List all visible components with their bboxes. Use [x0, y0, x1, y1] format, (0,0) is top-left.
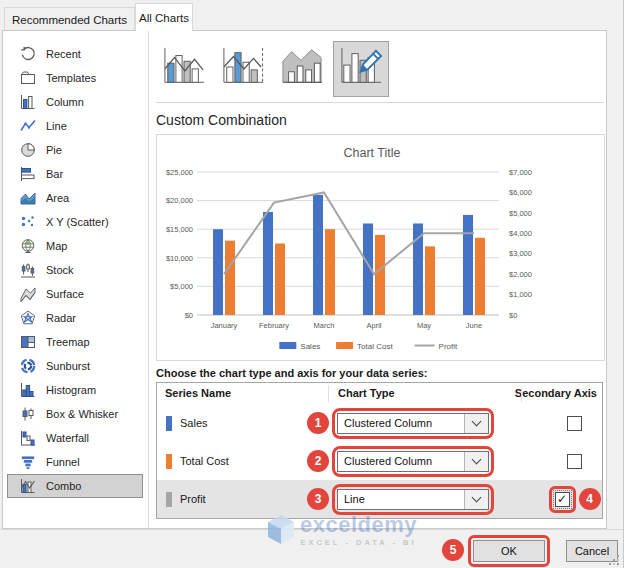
histogram-icon	[20, 382, 36, 398]
ok-button[interactable]: OK	[473, 540, 545, 562]
header-separator	[328, 385, 329, 402]
series-row-sales[interactable]: Sales 1 Clustered Column	[157, 404, 602, 442]
sidebar-item-line[interactable]: Line	[7, 114, 143, 138]
cancel-button[interactable]: Cancel	[566, 540, 618, 562]
box-whisker-icon	[20, 406, 36, 422]
map-icon	[20, 238, 36, 254]
chart-type-dropdown-total-cost[interactable]: Clustered Column	[337, 451, 489, 472]
radar-icon	[20, 310, 36, 326]
sidebar-item-x-y-scatter[interactable]: X Y (Scatter)	[7, 210, 143, 234]
sidebar-item-label: Histogram	[46, 384, 96, 396]
step-badge-1: 1	[307, 412, 329, 434]
series-row-profit[interactable]: Profit 3 Line ✓	[157, 480, 602, 518]
sidebar-item-bar[interactable]: Bar	[7, 162, 143, 186]
annotation-outline: Line	[332, 484, 494, 515]
bar-icon	[20, 166, 36, 182]
step-badge-3: 3	[307, 488, 329, 510]
svg-text:April: April	[366, 321, 381, 330]
header-chart-type: Chart Type	[338, 387, 395, 399]
clustered-column-line-secondary-axis-thumbnail[interactable]	[215, 41, 271, 97]
svg-text:$15,000: $15,000	[166, 225, 193, 234]
waterfall-icon	[20, 430, 36, 446]
svg-text:$7,000: $7,000	[509, 168, 532, 177]
sidebar-item-sunburst[interactable]: Sunburst	[7, 354, 143, 378]
dropdown-button[interactable]	[464, 452, 488, 471]
sidebar-item-label: Box & Whisker	[46, 408, 118, 420]
secondary-axis-checkbox-sales[interactable]	[567, 416, 582, 431]
sidebar-item-label: Treemap	[46, 336, 90, 348]
annotation-outline: Clustered Column	[332, 408, 494, 439]
divider	[156, 102, 604, 103]
chevron-down-icon	[472, 455, 482, 465]
svg-text:March: March	[314, 321, 335, 330]
svg-text:Sales: Sales	[300, 342, 320, 351]
line-icon	[20, 118, 36, 134]
annotation-outline: ✓	[549, 486, 576, 513]
chart-type-dropdown-profit[interactable]: Line	[337, 489, 489, 510]
sidebar-item-templates[interactable]: Templates	[7, 66, 143, 90]
chart-legend: SalesTotal CostProfit	[279, 342, 458, 351]
secondary-axis-labels: $0$1,000$2,000$3,000$4,000$5,000$6,000$7…	[509, 168, 532, 320]
series-color-swatch-total-cost	[166, 454, 172, 469]
tab-recommended-charts[interactable]: Recommended Charts	[4, 7, 135, 31]
sidebar-item-radar[interactable]: Radar	[7, 306, 143, 330]
chart-type-dropdown-sales[interactable]: Clustered Column	[337, 413, 489, 434]
sidebar-item-stock[interactable]: Stock	[7, 258, 143, 282]
stacked-area-clustered-column-thumbnail[interactable]	[274, 41, 330, 97]
clustered-column-line-secondary-axis-icon	[219, 46, 267, 92]
pie-icon	[20, 142, 36, 158]
profit-line	[224, 192, 474, 274]
chart-gridlines	[197, 172, 499, 315]
svg-text:January: January	[211, 321, 238, 330]
chart-preview: Chart Title$0$5,000$10,000$15,000$20,000…	[156, 134, 605, 361]
sidebar-item-treemap[interactable]: Treemap	[7, 330, 143, 354]
sidebar-item-label: X Y (Scatter)	[46, 216, 109, 228]
sidebar-item-combo[interactable]: Combo	[7, 474, 143, 498]
svg-text:Total Cost: Total Cost	[357, 342, 393, 351]
svg-text:$20,000: $20,000	[166, 196, 193, 205]
sidebar-item-surface[interactable]: Surface	[7, 282, 143, 306]
svg-text:$5,000: $5,000	[509, 209, 532, 218]
sidebar-item-label: Waterfall	[46, 432, 89, 444]
sidebar-item-funnel[interactable]: Funnel	[7, 450, 143, 474]
sidebar-item-box-whisker[interactable]: Box & Whisker	[7, 402, 143, 426]
sidebar-item-waterfall[interactable]: Waterfall	[7, 426, 143, 450]
dropdown-button[interactable]	[464, 490, 488, 509]
svg-text:February: February	[259, 321, 289, 330]
svg-text:$4,000: $4,000	[509, 229, 532, 238]
combo-chart: Chart Title$0$5,000$10,000$15,000$20,000…	[157, 135, 604, 360]
clustered-column-line-thumbnail[interactable]	[156, 41, 212, 97]
sidebar-item-label: Radar	[46, 312, 76, 324]
tab-all-charts[interactable]: All Charts	[135, 3, 193, 31]
combo-variant-row	[156, 40, 606, 98]
step-badge-4: 4	[579, 488, 601, 510]
series-table-header: Series Name Chart Type Secondary Axis	[157, 383, 602, 404]
secondary-axis-checkbox-profit[interactable]: ✓	[555, 492, 570, 507]
sidebar-item-histogram[interactable]: Histogram	[7, 378, 143, 402]
chart-type-sidebar: RecentTemplatesColumnLinePieBarAreaX Y (…	[3, 31, 149, 528]
dialog-footer: 5 OK Cancel	[0, 529, 623, 568]
chart-title: Chart Title	[344, 146, 401, 160]
svg-text:$6,000: $6,000	[509, 188, 532, 197]
series-row-total-cost[interactable]: Total Cost 2 Clustered Column	[157, 442, 602, 480]
secondary-axis-checkbox-total-cost[interactable]	[567, 454, 582, 469]
step-badge-5: 5	[442, 539, 464, 561]
insert-chart-dialog: Recommended Charts All Charts RecentTemp…	[0, 0, 624, 568]
custom-combination-icon	[337, 46, 385, 92]
chevron-down-icon	[472, 493, 482, 503]
dropdown-button[interactable]	[464, 414, 488, 433]
custom-combination-thumbnail[interactable]	[333, 41, 389, 97]
section-title: Custom Combination	[156, 112, 606, 128]
sidebar-item-recent[interactable]: Recent	[7, 42, 143, 66]
svg-text:May: May	[417, 321, 431, 330]
resize-grip-icon[interactable]	[617, 563, 619, 565]
annotation-outline: Clustered Column	[332, 446, 494, 477]
sidebar-item-pie[interactable]: Pie	[7, 138, 143, 162]
surface-icon	[20, 286, 36, 302]
sidebar-item-column[interactable]: Column	[7, 90, 143, 114]
column-icon	[20, 94, 36, 110]
sidebar-item-map[interactable]: Map	[7, 234, 143, 258]
combo-icon	[20, 478, 36, 494]
sidebar-item-area[interactable]: Area	[7, 186, 143, 210]
sidebar-item-label: Column	[46, 96, 84, 108]
